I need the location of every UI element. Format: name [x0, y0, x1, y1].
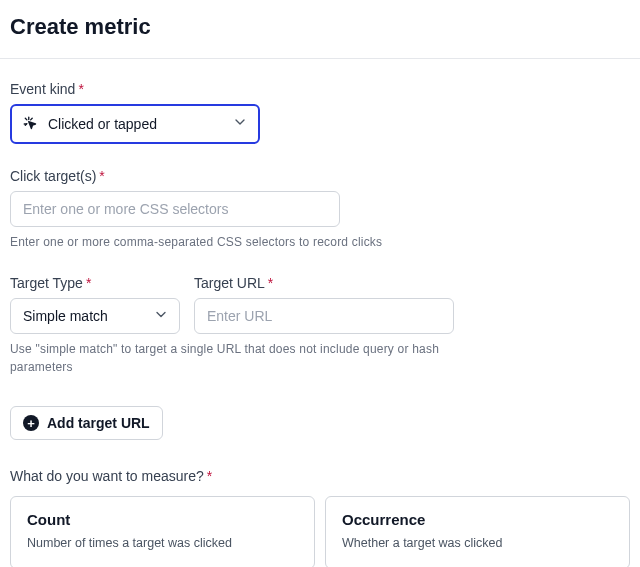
target-url-label: Target URL* — [194, 275, 454, 291]
click-targets-help: Enter one or more comma-separated CSS se… — [10, 233, 630, 251]
click-targets-input[interactable] — [10, 191, 340, 227]
click-targets-label-text: Click target(s) — [10, 168, 96, 184]
required-asterisk: * — [86, 275, 91, 291]
event-kind-label-text: Event kind — [10, 81, 75, 97]
measure-option-occurrence[interactable]: Occurrence Whether a target was clicked — [325, 496, 630, 567]
required-asterisk: * — [268, 275, 273, 291]
divider — [0, 58, 640, 59]
event-kind-value: Clicked or tapped — [48, 116, 157, 132]
target-url-label-text: Target URL — [194, 275, 265, 291]
measure-option-title: Count — [27, 511, 298, 528]
measure-option-desc: Whether a target was clicked — [342, 536, 613, 550]
event-kind-label: Event kind* — [10, 81, 630, 97]
measure-option-title: Occurrence — [342, 511, 613, 528]
chevron-down-icon — [232, 114, 248, 134]
target-type-help: Use "simple match" to target a single UR… — [10, 340, 480, 376]
target-type-select[interactable]: Simple match — [10, 298, 180, 334]
click-cursor-icon — [22, 115, 40, 133]
page-title: Create metric — [10, 14, 630, 40]
plus-circle-icon: + — [23, 415, 39, 431]
event-kind-select[interactable]: Clicked or tapped — [10, 104, 260, 144]
measure-question-text: What do you want to measure? — [10, 468, 204, 484]
add-target-url-button[interactable]: + Add target URL — [10, 406, 163, 440]
measure-option-desc: Number of times a target was clicked — [27, 536, 298, 550]
target-url-input[interactable] — [194, 298, 454, 334]
required-asterisk: * — [99, 168, 104, 184]
chevron-down-icon — [153, 307, 169, 326]
target-type-label-text: Target Type — [10, 275, 83, 291]
add-target-url-label: Add target URL — [47, 415, 150, 431]
measure-option-count[interactable]: Count Number of times a target was click… — [10, 496, 315, 567]
click-targets-label: Click target(s)* — [10, 168, 630, 184]
measure-question: What do you want to measure?* — [10, 468, 630, 484]
target-type-value: Simple match — [23, 308, 108, 324]
required-asterisk: * — [207, 468, 212, 484]
target-type-label: Target Type* — [10, 275, 180, 291]
required-asterisk: * — [78, 81, 83, 97]
